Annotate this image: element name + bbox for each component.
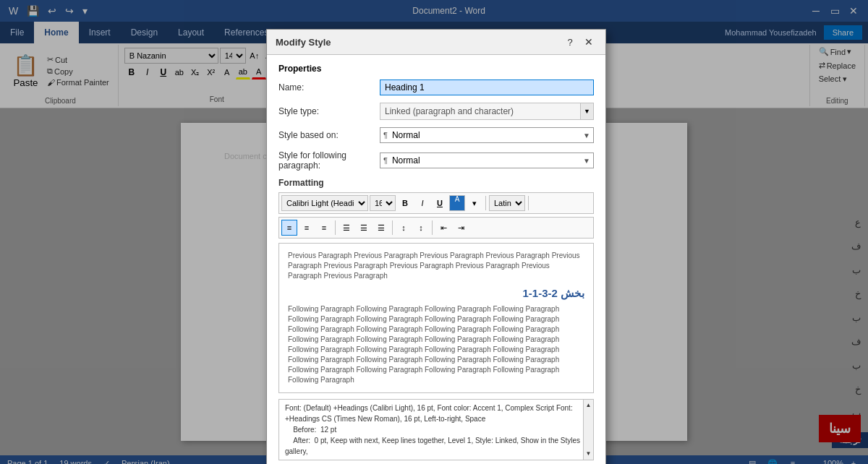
style-type-display: Linked (paragraph and character) ▼ — [380, 103, 594, 120]
style-following-select-wrap: ¶ Normal ▼ — [380, 152, 594, 168]
fmt-underline-btn[interactable]: U — [432, 195, 448, 211]
justify-high-btn[interactable]: ☰ — [373, 220, 389, 236]
fmt-color-dropdown[interactable]: ▾ — [467, 195, 482, 211]
align-divider-3 — [335, 220, 336, 235]
style-following-label: Style for following paragraph: — [278, 150, 380, 171]
modal-close-btn[interactable]: ✕ — [581, 34, 597, 50]
align-left-btn[interactable]: ≡ — [281, 220, 297, 236]
style-based-icon: ¶ — [380, 131, 388, 139]
name-input[interactable] — [380, 80, 594, 95]
style-following-select[interactable]: Normal — [388, 153, 580, 168]
style-based-select-wrap: ¶ Normal ▼ — [380, 127, 594, 143]
line-spacing-btn[interactable]: ↕ — [396, 220, 412, 236]
fmt-lang-select[interactable]: Latin — [489, 195, 525, 211]
alignment-toolbar: ≡ ≡ ≡ ☰ ☰ ☰ ↕ ↕ ⇤ ⇥ — [278, 217, 594, 239]
indent-increase-btn[interactable]: ⇥ — [453, 220, 469, 236]
properties-label: Properties — [278, 64, 594, 74]
preview-following-text: Following Paragraph Following Paragraph … — [288, 304, 584, 385]
align-right-btn[interactable]: ≡ — [316, 220, 332, 236]
style-following-icon: ¶ — [380, 156, 388, 165]
indent-decrease-btn[interactable]: ⇤ — [435, 220, 451, 236]
name-label: Name: — [278, 82, 380, 93]
align-center-btn[interactable]: ≡ — [299, 220, 315, 236]
modal-overlay: Modify Style ? ✕ Properties Name: Style … — [0, 0, 868, 464]
style-desc-text: Font: (Default) +Headings (Calibri Light… — [285, 404, 582, 455]
fmt-font-select[interactable]: Calibri Light (Headin — [281, 195, 368, 211]
style-type-label: Style type: — [278, 106, 380, 116]
formatting-toolbar: Calibri Light (Headin 16 B I U A ▾ Latin — [278, 192, 594, 214]
style-type-value: Linked (paragraph and character) — [380, 104, 580, 119]
name-row: Name: — [278, 80, 594, 95]
preview-prev-text: Previous Paragraph Previous Paragraph Pr… — [288, 251, 584, 281]
style-based-row: Style based on: ¶ Normal ▼ — [278, 127, 594, 143]
style-type-row: Style type: Linked (paragraph and charac… — [278, 103, 594, 120]
preview-heading: بخش 2-3-1-1 — [288, 287, 584, 300]
align-divider-5 — [432, 220, 433, 235]
desc-scrollbar[interactable]: ▲ ▼ — [583, 400, 593, 460]
style-following-arrow: ▼ — [580, 157, 593, 165]
modify-style-modal: Modify Style ? ✕ Properties Name: Style … — [266, 29, 606, 464]
align-divider-1 — [485, 196, 486, 210]
style-description: Font: (Default) +Headings (Calibri Light… — [278, 399, 594, 460]
justify-btn[interactable]: ☰ — [339, 220, 354, 236]
align-divider-2 — [528, 196, 529, 210]
formatting-section-label: Formatting — [278, 178, 594, 188]
fmt-italic-btn[interactable]: I — [414, 195, 430, 211]
style-based-arrow: ▼ — [580, 132, 593, 139]
fmt-color-btn[interactable]: A — [449, 195, 465, 211]
justify-low-btn[interactable]: ☰ — [356, 220, 372, 236]
style-preview-box: Previous Paragraph Previous Paragraph Pr… — [278, 243, 594, 393]
modal-title: Modify Style — [276, 37, 331, 48]
align-divider-4 — [392, 220, 393, 235]
style-based-label: Style based on: — [278, 130, 380, 140]
fmt-size-select[interactable]: 16 — [370, 195, 396, 211]
style-type-arrow: ▼ — [580, 103, 593, 119]
fmt-bold-btn[interactable]: B — [397, 195, 413, 211]
line-spacing-more-btn[interactable]: ↕ — [413, 220, 429, 236]
modal-body: Properties Name: Style type: Linked (par… — [267, 55, 605, 464]
style-based-select[interactable]: Normal — [388, 128, 580, 142]
style-following-row: Style for following paragraph: ¶ Normal … — [278, 150, 594, 171]
modal-help-btn[interactable]: ? — [562, 34, 578, 50]
modal-titlebar: Modify Style ? ✕ — [267, 30, 605, 55]
modal-controls: ? ✕ — [562, 34, 597, 50]
